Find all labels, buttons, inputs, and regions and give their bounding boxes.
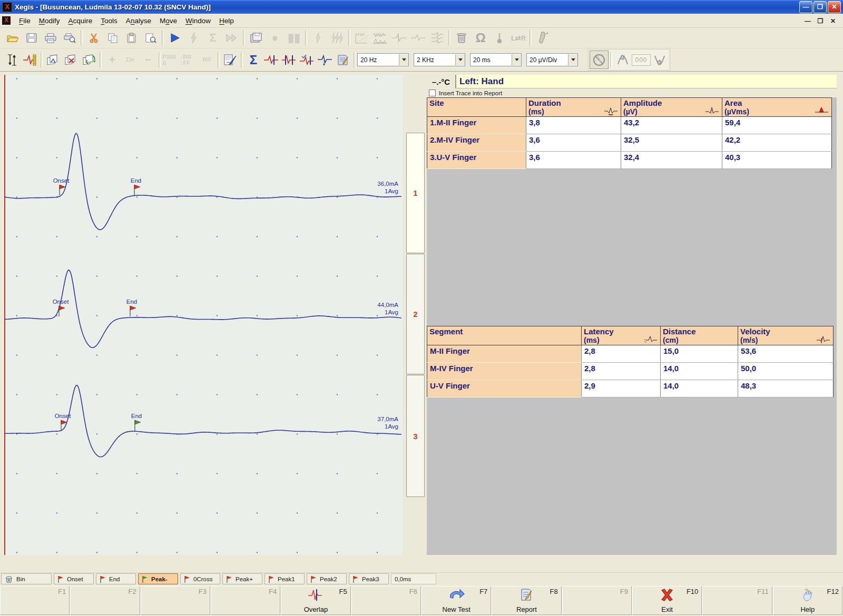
tab-end[interactable]: End <box>96 573 136 584</box>
tab-bin[interactable]: Bin <box>1 573 52 584</box>
menu-tools[interactable]: Tools <box>96 15 122 26</box>
add-button[interactable]: + <box>103 51 121 68</box>
fkey-f8-report[interactable]: F8 Report <box>492 586 561 615</box>
peak-down-button[interactable] <box>651 51 669 68</box>
menu-modify[interactable]: Modify <box>35 15 64 26</box>
average-n-button[interactable]: Σ/n <box>121 51 139 68</box>
tab-peak2[interactable]: Peak2 <box>307 573 347 584</box>
disable-cursor-button[interactable] <box>590 51 609 69</box>
mdi-child-icon[interactable]: X <box>2 16 11 25</box>
menu-help[interactable]: Help <box>215 15 238 26</box>
tab-peak-minus[interactable]: Peak- <box>138 573 178 584</box>
menu-analyse[interactable]: Analyse <box>122 15 155 26</box>
minimize-button[interactable]: — <box>799 1 812 13</box>
tab-peak-plus[interactable]: Peak+ <box>222 573 262 584</box>
end-flag-ch1[interactable]: End <box>131 177 141 195</box>
wave-measure-button[interactable] <box>409 29 428 47</box>
find-trace-button[interactable] <box>141 29 160 47</box>
onset-flag-ch2[interactable]: Onset <box>53 299 69 316</box>
fkey-f1[interactable]: F1 <box>0 586 70 615</box>
fkey-f3[interactable]: F3 <box>141 586 210 615</box>
print-button[interactable] <box>41 29 60 47</box>
clear-overlay-button[interactable] <box>62 51 80 68</box>
impedance-button[interactable]: Ω <box>471 29 490 47</box>
lowpass-filter-select[interactable]: 2 KHz <box>414 53 465 66</box>
swap-side-button[interactable]: L⇄R <box>509 29 528 47</box>
multi-trace-button[interactable] <box>428 29 447 47</box>
channel-1-button[interactable]: 1 <box>406 133 425 253</box>
wave-analysis-button[interactable] <box>390 29 409 47</box>
stim-once-button[interactable] <box>309 29 328 47</box>
onset-flag-ch1[interactable]: Onset <box>53 177 70 195</box>
marker-pair-button[interactable] <box>280 51 298 68</box>
cursor-drop-button[interactable] <box>316 51 334 68</box>
save-button[interactable] <box>22 29 41 47</box>
cut-button[interactable] <box>84 29 103 47</box>
peak-up-button[interactable] <box>614 51 632 68</box>
stim-train-button[interactable] <box>328 29 347 47</box>
insert-trace-checkbox[interactable] <box>429 90 436 96</box>
pause-button[interactable]: ▮▮ <box>285 29 303 47</box>
channel-3-button[interactable]: 3 <box>406 375 425 497</box>
print-preview-button[interactable] <box>60 29 79 47</box>
marker-accept-button[interactable] <box>298 51 316 68</box>
onset-flag-ch3[interactable]: Onset <box>55 413 71 431</box>
measure-button[interactable] <box>21 51 39 68</box>
p300-button[interactable]: P300 Δ <box>162 51 180 68</box>
combo-arrow-icon[interactable] <box>512 54 521 65</box>
notes-button[interactable] <box>334 51 352 68</box>
anatomy-button[interactable] <box>533 29 552 47</box>
tab-peak3[interactable]: Peak3 <box>349 573 389 584</box>
copy-button[interactable] <box>103 29 122 47</box>
save-all-button[interactable] <box>247 29 266 47</box>
sensitivity-select[interactable]: 20 µV/Div <box>526 53 578 66</box>
temperature-button[interactable] <box>490 29 509 47</box>
combo-arrow-icon[interactable] <box>399 54 408 65</box>
fkey-f6[interactable]: F6 <box>351 586 421 615</box>
tab-peak1[interactable]: Peak1 <box>264 573 305 584</box>
fkey-f5-overlap[interactable]: F5 Overlap <box>281 586 350 615</box>
fkey-f11[interactable]: F11 <box>702 586 772 615</box>
single-stim-button[interactable] <box>184 29 203 47</box>
start-button[interactable] <box>165 29 184 47</box>
paste-button[interactable] <box>122 29 141 47</box>
fkey-f7-new-test[interactable]: F7 New Test <box>422 586 491 615</box>
combo-arrow-icon[interactable] <box>568 54 577 65</box>
average-button[interactable]: Σ <box>203 29 222 47</box>
rr-ff-button[interactable]: ↓RR ↑FF <box>180 51 198 68</box>
tab-0cross[interactable]: 0Cross <box>180 573 220 584</box>
fkey-f12-help[interactable]: F12 Help <box>773 586 842 615</box>
fkey-f2[interactable]: F2 <box>70 586 140 615</box>
sum-button[interactable]: Σ <box>244 51 262 68</box>
close-button[interactable]: ✕ <box>828 1 841 13</box>
continuous-button[interactable] <box>222 29 241 47</box>
combo-arrow-icon[interactable] <box>455 54 465 65</box>
trace-channel-2[interactable] <box>4 270 401 348</box>
set-marker-button[interactable] <box>262 51 280 68</box>
fkey-f10-exit[interactable]: F10 Exit <box>632 586 702 615</box>
trace-plot[interactable]: OnsetEnd36,0mA1AvgOnsetEnd44,0mA1AvgOnse… <box>4 75 403 555</box>
delete-button[interactable] <box>452 29 471 47</box>
restore-button[interactable]: ❐ <box>813 1 827 13</box>
gain-button[interactable] <box>3 51 21 68</box>
annotate-button[interactable] <box>221 51 239 68</box>
subtract-button[interactable]: − <box>139 51 157 68</box>
fkey-f9[interactable]: F9 <box>562 586 632 615</box>
rf-ratio-button[interactable]: R/F <box>198 51 216 68</box>
end-flag-ch2[interactable]: End <box>126 299 137 316</box>
menu-acquire[interactable]: Acquire <box>64 15 97 26</box>
menu-file[interactable]: File <box>15 15 35 26</box>
timebase-select[interactable]: 20 ms <box>470 53 522 66</box>
open-button[interactable] <box>3 29 22 47</box>
mdi-restore-button[interactable]: ❐ <box>816 16 825 25</box>
channel-2-button[interactable]: 2 <box>406 254 425 374</box>
mdi-minimize-button[interactable]: — <box>803 16 812 25</box>
highpass-filter-select[interactable]: 20 Hz <box>357 53 409 66</box>
refresh-overlay-button[interactable] <box>80 51 98 68</box>
spectrum-button[interactable] <box>371 29 390 47</box>
overlay-traces-button[interactable] <box>44 51 62 68</box>
menu-move[interactable]: Move <box>155 15 181 26</box>
end-flag-ch3[interactable]: End <box>131 413 142 431</box>
tab-onset[interactable]: Onset <box>54 573 94 584</box>
fkey-f4[interactable]: F4 <box>211 586 280 615</box>
